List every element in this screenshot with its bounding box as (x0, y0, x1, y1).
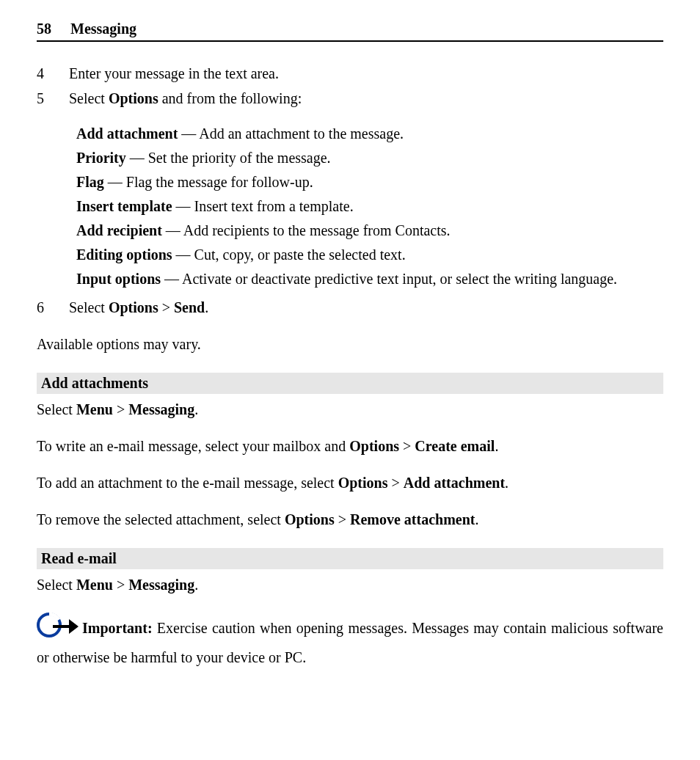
options-keyword: Options (109, 90, 158, 106)
option-term: Input options (76, 271, 161, 287)
messaging-keyword: Messaging (128, 577, 194, 593)
option-term: Add recipient (76, 222, 162, 238)
text: Select (69, 90, 109, 106)
option-term: Priority (76, 150, 126, 166)
text: To write an e-mail message, select your … (37, 438, 349, 454)
remove-attachment-keyword: Remove attachment (350, 511, 475, 527)
option-flag: Flag — Flag the message for follow-up. (76, 171, 663, 194)
separator: > (113, 577, 128, 593)
text: . (194, 401, 198, 417)
manual-page: 58Messaging 4 Enter your message in the … (0, 0, 700, 698)
step-number: 5 (37, 87, 69, 109)
paragraph: Select Menu > Messaging. (37, 398, 663, 420)
separator: > (387, 475, 403, 491)
text: . (475, 511, 478, 527)
separator: > (158, 299, 174, 315)
option-term: Flag (76, 174, 104, 190)
text: Select (37, 401, 76, 417)
step-text: Enter your message in the text area. (69, 62, 663, 84)
option-add-recipient: Add recipient — Add recipients to the me… (76, 219, 663, 242)
send-keyword: Send (174, 299, 205, 315)
text: Select (69, 299, 109, 315)
text: . (495, 438, 498, 454)
options-keyword: Options (109, 299, 158, 315)
separator: > (335, 511, 350, 527)
text: To remove the selected attachment, selec… (37, 511, 285, 527)
text: and from the following: (158, 90, 302, 106)
separator: > (113, 401, 128, 417)
page-header-title: Messaging (70, 21, 136, 37)
option-desc: — Cut, copy, or paste the selected text. (172, 246, 406, 263)
option-insert-template: Insert template — Insert text from a tem… (76, 195, 663, 218)
options-keyword: Options (338, 475, 388, 491)
create-email-keyword: Create email (415, 438, 495, 454)
paragraph: To add an attachment to the e-mail messa… (37, 472, 663, 494)
step-5: 5 Select Options and from the following: (37, 87, 663, 109)
step-number: 4 (37, 62, 69, 84)
messaging-keyword: Messaging (128, 401, 194, 417)
text: . (205, 299, 208, 315)
text: To add an attachment to the e-mail messa… (37, 475, 338, 491)
paragraph: Select Menu > Messaging. (37, 574, 663, 596)
option-term: Insert template (76, 198, 172, 214)
section-read-email-heading: Read e-mail (37, 548, 663, 569)
step-6: 6 Select Options > Send. (37, 296, 663, 318)
menu-keyword: Menu (76, 401, 113, 417)
options-vary-note: Available options may vary. (37, 333, 663, 355)
important-notice: Important: Exercise caution when opening… (37, 612, 663, 668)
menu-keyword: Menu (76, 577, 113, 593)
step-text: Select Options > Send. (69, 296, 663, 318)
option-term: Add attachment (76, 125, 178, 142)
separator: > (399, 438, 415, 454)
text: . (505, 475, 508, 491)
text: Select (37, 577, 76, 593)
option-input-options: Input options — Activate or deactivate p… (76, 268, 663, 291)
option-editing-options: Editing options — Cut, copy, or paste th… (76, 244, 663, 266)
important-label: Important: (82, 620, 157, 636)
option-desc: — Flag the message for follow-up. (104, 174, 313, 190)
page-header: 58Messaging (37, 21, 663, 42)
step-4: 4 Enter your message in the text area. (37, 62, 663, 84)
options-list: Add attachment — Add an attachment to th… (37, 123, 663, 291)
important-icon (37, 610, 79, 646)
paragraph: To write an e-mail message, select your … (37, 435, 663, 457)
step-text: Select Options and from the following: (69, 87, 663, 109)
option-term: Editing options (76, 246, 172, 263)
options-keyword: Options (285, 511, 335, 527)
option-desc: — Activate or deactivate predictive text… (161, 271, 617, 287)
section-add-attachments-heading: Add attachments (37, 373, 663, 394)
option-add-attachment: Add attachment — Add an attachment to th… (76, 123, 663, 145)
text: . (194, 577, 198, 593)
paragraph: To remove the selected attachment, selec… (37, 508, 663, 530)
option-desc: — Add an attachment to the message. (178, 125, 404, 142)
option-priority: Priority — Set the priority of the messa… (76, 147, 663, 169)
page-number: 58 (37, 21, 51, 37)
option-desc: — Insert text from a template. (172, 198, 354, 214)
option-desc: — Set the priority of the message. (126, 150, 331, 166)
options-keyword: Options (349, 438, 399, 454)
step-number: 6 (37, 296, 69, 318)
add-attachment-keyword: Add attachment (404, 475, 505, 491)
option-desc: — Add recipients to the message from Con… (162, 222, 451, 238)
